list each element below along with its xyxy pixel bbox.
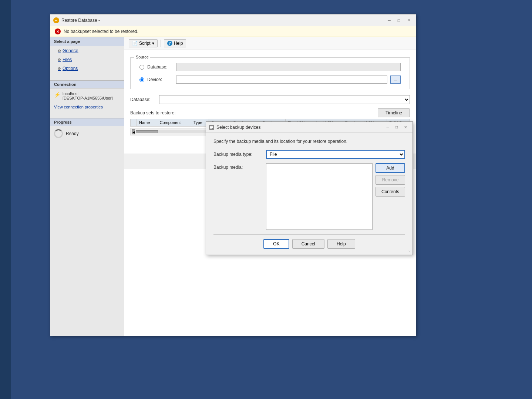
dialog-separator bbox=[213, 234, 405, 235]
left-panel: Select a page ⚙ General ⚙ Files ⚙ Option… bbox=[50, 37, 124, 336]
restore-window-title: Restore Database - bbox=[61, 18, 100, 23]
connection-section: Connection ⚡ localhost [DESKTOP-A1M5655\… bbox=[50, 80, 124, 111]
dialog-action-buttons: Add Remove Contents bbox=[376, 163, 405, 230]
device-radio[interactable] bbox=[139, 77, 144, 82]
dialog-body: Specify the backup media and its locatio… bbox=[206, 133, 413, 255]
select-page-header: Select a page bbox=[50, 37, 124, 46]
device-input[interactable] bbox=[176, 76, 387, 84]
backup-media-listbox[interactable] bbox=[266, 163, 373, 230]
toolbar-separator bbox=[161, 40, 161, 47]
progress-info: Ready bbox=[50, 126, 124, 141]
options-icon: ⚙ bbox=[58, 67, 61, 71]
sidebar-item-options[interactable]: ⚙ Options bbox=[50, 64, 124, 73]
svg-rect-4 bbox=[210, 127, 213, 128]
connection-header: Connection bbox=[50, 80, 124, 88]
right-panel: 📄 Script ▾ ? Help Source D bbox=[124, 37, 416, 336]
dialog-resize-handle[interactable]: ⋱ bbox=[407, 249, 412, 254]
sidebar-item-files[interactable]: ⚙ Files bbox=[50, 55, 124, 64]
titlebar-left: ↩ Restore Database - bbox=[53, 17, 100, 23]
sidebar-item-general[interactable]: ⚙ General bbox=[50, 46, 124, 55]
general-label: General bbox=[63, 48, 78, 53]
database-radio[interactable] bbox=[139, 65, 144, 70]
db-select-row: Database: bbox=[130, 94, 410, 105]
connection-user: [DESKTOP-A1M5655\User] bbox=[63, 96, 113, 100]
minimize-button[interactable]: ─ bbox=[385, 17, 394, 24]
close-button[interactable]: ✕ bbox=[404, 17, 413, 24]
restore-body: Select a page ⚙ General ⚙ Files ⚙ Option… bbox=[50, 37, 416, 336]
media-type-row: Backup media type: File Tape Backup Devi… bbox=[213, 150, 405, 159]
dialog-bottom-buttons: OK Cancel Help bbox=[213, 239, 405, 249]
dialog-title-icon bbox=[209, 125, 214, 130]
dialog-minimize-button[interactable]: ─ bbox=[384, 124, 392, 131]
dialog-title-left: Select backup devices bbox=[209, 125, 260, 130]
dialog-cancel-button[interactable]: Cancel bbox=[292, 239, 324, 249]
source-section-label: Source bbox=[134, 55, 150, 59]
titlebar-controls: ─ □ ✕ bbox=[385, 17, 413, 24]
remove-button[interactable]: Remove bbox=[376, 175, 405, 185]
svg-text:↩: ↩ bbox=[55, 19, 57, 22]
col-checkbox bbox=[131, 119, 137, 126]
browse-device-button[interactable]: ... bbox=[390, 76, 401, 84]
backup-sets-label: Backup sets to restore: bbox=[130, 110, 176, 115]
select-backup-dialog: Select backup devices ─ □ ✕ Specify the … bbox=[206, 121, 413, 255]
options-label: Options bbox=[63, 66, 78, 71]
files-icon: ⚙ bbox=[58, 58, 61, 62]
dialog-close-button[interactable]: ✕ bbox=[401, 124, 410, 131]
database-select-label: Database: bbox=[130, 97, 156, 102]
contents-button[interactable]: Contents bbox=[376, 187, 405, 197]
restore-titlebar: ↩ Restore Database - ─ □ ✕ bbox=[50, 14, 416, 26]
restore-window-icon: ↩ bbox=[53, 17, 59, 23]
warning-bar: ✕ No backupset selected to be restored. bbox=[50, 26, 416, 37]
media-type-select[interactable]: File Tape Backup Device URL bbox=[266, 150, 405, 159]
svg-rect-5 bbox=[210, 128, 212, 129]
help-button[interactable]: ? Help bbox=[164, 39, 186, 47]
dialog-titlebar: Select backup devices ─ □ ✕ bbox=[206, 122, 413, 133]
progress-header: Progress bbox=[50, 118, 124, 126]
dialog-titlebar-controls: ─ □ ✕ bbox=[384, 124, 410, 131]
connection-server: localhost bbox=[63, 91, 113, 96]
dialog-description: Specify the backup media and its locatio… bbox=[213, 139, 405, 144]
warning-message: No backupset selected to be restored. bbox=[64, 29, 138, 34]
backup-media-row: Backup media: Add Remove Contents bbox=[213, 163, 405, 230]
dialog-media-area: Add Remove Contents bbox=[266, 163, 405, 230]
script-button[interactable]: 📄 Script ▾ bbox=[129, 39, 158, 47]
progress-spinner bbox=[54, 129, 63, 138]
connection-info: ⚡ localhost [DESKTOP-A1M5655\User] bbox=[50, 88, 124, 103]
device-form-row: Device: ... bbox=[135, 73, 405, 86]
device-label: Device: bbox=[147, 77, 173, 82]
col-name: Name bbox=[137, 119, 157, 126]
database-input[interactable] bbox=[176, 63, 401, 71]
scroll-left-btn[interactable]: ◂ bbox=[132, 129, 135, 134]
dialog-title-text: Select backup devices bbox=[216, 125, 260, 130]
col-component: Component bbox=[157, 119, 191, 126]
restore-database-window: ↩ Restore Database - ─ □ ✕ ✕ No backupse… bbox=[50, 14, 416, 336]
files-label: Files bbox=[63, 57, 72, 62]
script-dropdown-icon: ▾ bbox=[152, 41, 154, 46]
add-button[interactable]: Add bbox=[376, 163, 405, 173]
progress-status: Ready bbox=[66, 131, 79, 136]
help-label: Help bbox=[174, 41, 183, 46]
maximize-button[interactable]: □ bbox=[394, 17, 403, 24]
database-form-row: Database: bbox=[135, 61, 405, 73]
connection-icon: ⚡ bbox=[54, 92, 60, 98]
media-type-label: Backup media type: bbox=[213, 152, 262, 157]
database-select[interactable] bbox=[159, 95, 410, 104]
dialog-maximize-button[interactable]: □ bbox=[393, 124, 401, 131]
dialog-ok-button[interactable]: OK bbox=[263, 239, 289, 249]
toolbar: 📄 Script ▾ ? Help bbox=[124, 37, 416, 50]
database-label: Database: bbox=[147, 64, 173, 70]
progress-section: Progress Ready bbox=[50, 118, 124, 141]
warning-icon: ✕ bbox=[55, 28, 61, 34]
scroll-thumb[interactable] bbox=[136, 130, 158, 133]
backup-media-label: Backup media: bbox=[213, 163, 262, 170]
view-connection-properties-link[interactable]: View connection properties bbox=[50, 103, 124, 111]
source-section: Source Database: Device: ... bbox=[130, 57, 410, 89]
script-icon: 📄 bbox=[132, 41, 138, 46]
dialog-help-button[interactable]: Help bbox=[327, 239, 355, 249]
script-label: Script bbox=[139, 41, 151, 46]
timeline-button[interactable]: Timeline bbox=[378, 108, 410, 117]
general-icon: ⚙ bbox=[58, 49, 61, 53]
svg-rect-3 bbox=[210, 126, 213, 127]
left-strip bbox=[0, 0, 11, 399]
help-icon: ? bbox=[167, 41, 172, 46]
